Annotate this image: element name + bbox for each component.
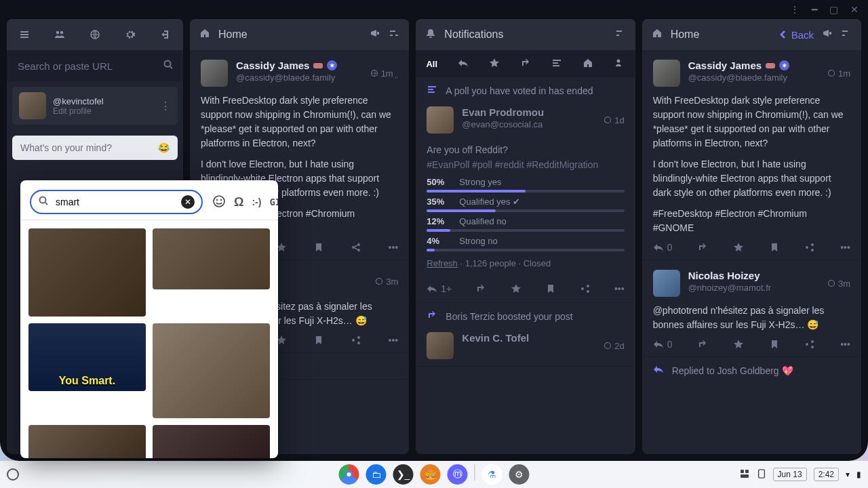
filter-boosts-icon[interactable] xyxy=(516,55,535,73)
poll-refresh[interactable]: Refresh xyxy=(427,258,458,268)
bookmark-button[interactable] xyxy=(313,335,324,346)
filter-favorites-icon[interactable] xyxy=(485,55,504,73)
tab-gif[interactable]: GIF xyxy=(269,197,278,207)
avatar[interactable] xyxy=(653,270,680,297)
gear-icon[interactable] xyxy=(124,28,136,41)
tab-symbols-icon[interactable]: Ω xyxy=(234,195,243,209)
gif-result[interactable] xyxy=(153,323,270,418)
clear-icon[interactable]: ✕ xyxy=(181,195,195,209)
profile-card[interactable]: @kevinctofel Edit profile ⋮ xyxy=(12,87,178,125)
avatar[interactable] xyxy=(653,60,680,87)
tray-battery-icon[interactable]: ▮ xyxy=(856,470,861,479)
close-icon[interactable]: ✕ xyxy=(850,4,859,15)
more-icon[interactable]: ⋮ xyxy=(790,4,800,15)
edit-profile-link[interactable]: Edit profile xyxy=(53,106,153,116)
post[interactable]: Nicolas Hoizey @nhoizey@mamot.fr 3m @pho… xyxy=(642,260,861,357)
share-button[interactable] xyxy=(580,283,591,294)
post-handle[interactable]: @evan@cosocial.ca xyxy=(462,119,595,129)
post-author[interactable]: Nicolas Hoizey xyxy=(688,270,760,281)
filter-home-icon[interactable] xyxy=(578,55,597,73)
star-button[interactable] xyxy=(733,242,744,253)
tab-emoticon[interactable]: :-) xyxy=(252,197,261,207)
gif-result[interactable] xyxy=(153,425,270,458)
gif-result[interactable] xyxy=(28,228,146,317)
tray-overview-icon[interactable] xyxy=(739,468,750,481)
share-button[interactable] xyxy=(804,339,815,350)
more-button[interactable]: ••• xyxy=(389,242,399,253)
gif-result[interactable] xyxy=(153,228,270,289)
logout-icon[interactable] xyxy=(159,28,172,41)
post[interactable]: Cassidy James ✶ @cassidy@blaede.family 1… xyxy=(642,50,861,260)
replied-to-row[interactable]: Replied to Josh Goldberg 💖 xyxy=(642,357,861,384)
post-handle[interactable]: @cassidy@blaede.family xyxy=(688,73,819,83)
emoji-icon[interactable]: 😂 xyxy=(158,142,170,153)
tray-date[interactable]: Jun 13 xyxy=(773,468,807,481)
tray-phone-icon[interactable] xyxy=(757,468,766,482)
filter-follows-icon[interactable] xyxy=(610,55,629,73)
post-author[interactable]: Kevin C. Tofel xyxy=(462,332,529,344)
share-button[interactable] xyxy=(351,242,361,253)
post-author[interactable]: Evan Prodromou xyxy=(462,106,544,118)
post-handle[interactable]: @cassidy@blaede.family xyxy=(236,73,362,83)
sidebar-search[interactable] xyxy=(7,50,183,81)
tray-time[interactable]: 2:42 xyxy=(814,468,839,481)
gif-search-input[interactable] xyxy=(54,196,176,208)
more-icon[interactable]: ⋮ xyxy=(160,100,171,113)
avatar[interactable] xyxy=(427,106,454,134)
dock-chrome-icon[interactable] xyxy=(339,464,359,485)
dock-app-icon[interactable]: ⚗ xyxy=(482,464,502,485)
avatar[interactable] xyxy=(427,332,454,359)
more-button[interactable]: ••• xyxy=(614,283,625,294)
bookmark-button[interactable] xyxy=(769,242,780,253)
star-button[interactable] xyxy=(733,339,744,350)
reply-button[interactable]: 1+ xyxy=(427,283,452,294)
dock-mastodon-icon[interactable]: ⓜ xyxy=(448,464,468,485)
filter-all[interactable]: All xyxy=(422,56,441,72)
settings-icon[interactable] xyxy=(389,28,399,41)
dock-terminal-icon[interactable]: ❯_ xyxy=(393,464,414,485)
gif-search-field[interactable]: ✕ xyxy=(30,190,203,214)
filter-polls-icon[interactable] xyxy=(547,55,566,73)
avatar[interactable] xyxy=(201,60,228,87)
dock-settings-icon[interactable]: ⚙ xyxy=(509,464,530,485)
more-button[interactable]: ••• xyxy=(389,335,399,346)
compose-box[interactable]: What's on your mind? 😂 xyxy=(12,136,178,160)
announce-icon[interactable] xyxy=(370,28,380,41)
boost-button[interactable] xyxy=(475,283,486,294)
share-button[interactable] xyxy=(804,242,815,253)
bookmark-button[interactable] xyxy=(769,339,780,350)
launcher-icon[interactable] xyxy=(7,468,19,481)
announce-icon[interactable] xyxy=(822,28,833,41)
post-handle[interactable]: @nhoizey@mamot.fr xyxy=(688,283,819,293)
tab-emoji-icon[interactable] xyxy=(212,195,226,210)
filter-mentions-icon[interactable] xyxy=(454,55,473,73)
gif-result[interactable] xyxy=(28,425,146,458)
back-button[interactable]: Back xyxy=(778,29,814,41)
globe-icon[interactable] xyxy=(89,28,101,41)
post-author[interactable]: Cassidy James xyxy=(236,60,309,71)
poll-post[interactable]: Evan Prodromou @evan@cosocial.ca 1d xyxy=(416,104,635,140)
post-author[interactable]: Cassidy James xyxy=(688,60,762,71)
settings-icon[interactable] xyxy=(615,28,626,41)
reply-button[interactable]: 0 xyxy=(653,339,673,350)
search-input[interactable] xyxy=(16,60,157,73)
dock-app-icon[interactable]: 🍔 xyxy=(420,464,441,485)
settings-icon[interactable] xyxy=(841,28,852,41)
share-button[interactable] xyxy=(351,335,361,346)
menu-icon[interactable] xyxy=(18,28,31,41)
maximize-icon[interactable]: ▢ xyxy=(829,4,838,15)
post[interactable]: Kevin C. Tofel 2d xyxy=(416,329,635,367)
boost-button[interactable] xyxy=(697,242,708,253)
dock-files-icon[interactable]: 🗀 xyxy=(366,464,387,485)
people-icon[interactable] xyxy=(54,28,66,41)
minimize-icon[interactable]: ━ xyxy=(812,4,817,15)
more-button[interactable]: ••• xyxy=(840,339,850,350)
more-button[interactable]: ••• xyxy=(840,242,850,253)
tray-wifi-icon[interactable]: ▾ xyxy=(846,470,850,479)
search-icon[interactable] xyxy=(163,59,174,73)
bookmark-button[interactable] xyxy=(313,242,324,253)
star-button[interactable] xyxy=(511,283,521,294)
boost-button[interactable] xyxy=(697,339,708,350)
gif-result[interactable]: You Smart. xyxy=(28,323,146,391)
reply-button[interactable]: 0 xyxy=(653,242,673,253)
